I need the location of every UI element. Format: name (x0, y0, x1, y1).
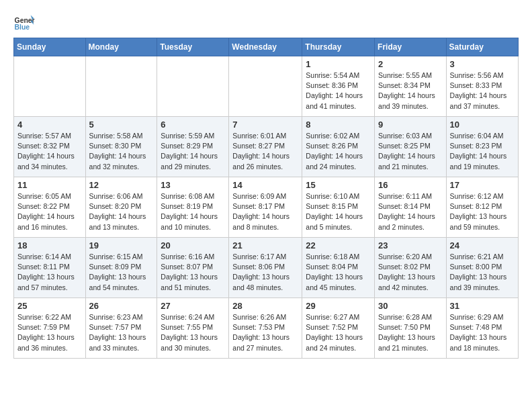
day-number: 7 (232, 120, 298, 130)
day-number: 3 (450, 59, 515, 69)
calendar-cell: 16Sunrise: 6:11 AM Sunset: 8:14 PM Dayli… (375, 177, 447, 238)
day-number: 2 (378, 59, 443, 69)
day-of-week-saturday: Saturday (446, 38, 518, 56)
day-info: Sunrise: 5:56 AM Sunset: 8:33 PM Dayligh… (450, 71, 515, 111)
day-number: 4 (17, 120, 82, 130)
day-info: Sunrise: 6:22 AM Sunset: 7:59 PM Dayligh… (17, 312, 82, 353)
day-number: 22 (306, 240, 371, 250)
day-of-week-tuesday: Tuesday (157, 38, 229, 56)
calendar-header: SundayMondayTuesdayWednesdayThursdayFrid… (14, 38, 519, 56)
calendar-cell: 18Sunrise: 6:14 AM Sunset: 8:11 PM Dayli… (14, 238, 86, 298)
day-number: 25 (17, 301, 82, 311)
day-info: Sunrise: 6:24 AM Sunset: 7:55 PM Dayligh… (161, 312, 225, 353)
calendar-cell: 14Sunrise: 6:09 AM Sunset: 8:17 PM Dayli… (229, 177, 302, 238)
day-number: 5 (89, 120, 154, 130)
day-number: 20 (161, 240, 225, 250)
calendar-cell: 10Sunrise: 6:04 AM Sunset: 8:23 PM Dayli… (446, 117, 518, 177)
day-number: 12 (89, 180, 154, 190)
calendar-cell: 21Sunrise: 6:17 AM Sunset: 8:06 PM Dayli… (229, 238, 302, 298)
day-info: Sunrise: 6:12 AM Sunset: 8:12 PM Dayligh… (450, 191, 515, 232)
day-info: Sunrise: 5:58 AM Sunset: 8:30 PM Dayligh… (89, 131, 154, 172)
day-info: Sunrise: 6:14 AM Sunset: 8:11 PM Dayligh… (17, 252, 82, 293)
day-number: 18 (17, 240, 82, 250)
calendar-cell: 2Sunrise: 5:55 AM Sunset: 8:34 PM Daylig… (375, 56, 447, 117)
calendar-cell: 28Sunrise: 6:26 AM Sunset: 7:53 PM Dayli… (229, 298, 302, 359)
calendar-cell: 3Sunrise: 5:56 AM Sunset: 8:33 PM Daylig… (446, 56, 518, 117)
day-info: Sunrise: 5:55 AM Sunset: 8:34 PM Dayligh… (378, 71, 443, 111)
day-info: Sunrise: 6:17 AM Sunset: 8:06 PM Dayligh… (232, 252, 298, 293)
day-info: Sunrise: 6:02 AM Sunset: 8:26 PM Dayligh… (306, 131, 371, 172)
day-info: Sunrise: 6:09 AM Sunset: 8:17 PM Dayligh… (232, 191, 298, 232)
day-number: 16 (378, 180, 443, 190)
calendar-cell: 19Sunrise: 6:15 AM Sunset: 8:09 PM Dayli… (85, 238, 157, 298)
calendar-week-3: 11Sunrise: 6:05 AM Sunset: 8:22 PM Dayli… (14, 177, 519, 238)
day-info: Sunrise: 6:08 AM Sunset: 8:19 PM Dayligh… (161, 191, 225, 232)
day-number: 24 (450, 240, 515, 250)
day-of-week-monday: Monday (85, 38, 157, 56)
calendar-cell: 13Sunrise: 6:08 AM Sunset: 8:19 PM Dayli… (157, 177, 229, 238)
day-number: 23 (378, 240, 443, 250)
calendar-cell: 23Sunrise: 6:20 AM Sunset: 8:02 PM Dayli… (375, 238, 447, 298)
day-number: 26 (89, 301, 154, 311)
day-info: Sunrise: 6:05 AM Sunset: 8:22 PM Dayligh… (17, 191, 82, 232)
day-of-week-wednesday: Wednesday (229, 38, 302, 56)
day-number: 19 (89, 240, 154, 250)
day-info: Sunrise: 6:28 AM Sunset: 7:50 PM Dayligh… (378, 312, 443, 353)
day-number: 11 (17, 180, 82, 190)
day-of-week-friday: Friday (375, 38, 447, 56)
day-number: 14 (232, 180, 298, 190)
calendar-cell: 9Sunrise: 6:03 AM Sunset: 8:25 PM Daylig… (375, 117, 447, 177)
day-number: 28 (232, 301, 298, 311)
calendar-cell: 29Sunrise: 6:27 AM Sunset: 7:52 PM Dayli… (302, 298, 375, 359)
day-number: 13 (161, 180, 225, 190)
calendar-cell: 22Sunrise: 6:18 AM Sunset: 8:04 PM Dayli… (302, 238, 375, 298)
calendar-cell (229, 56, 302, 117)
calendar-cell (157, 56, 229, 117)
calendar-cell: 8Sunrise: 6:02 AM Sunset: 8:26 PM Daylig… (302, 117, 375, 177)
day-info: Sunrise: 6:27 AM Sunset: 7:52 PM Dayligh… (306, 312, 371, 353)
calendar-cell: 4Sunrise: 5:57 AM Sunset: 8:32 PM Daylig… (14, 117, 86, 177)
logo: General Blue (13, 11, 35, 32)
calendar-week-4: 18Sunrise: 6:14 AM Sunset: 8:11 PM Dayli… (14, 238, 519, 298)
logo-icon: General Blue (13, 11, 35, 32)
day-info: Sunrise: 6:29 AM Sunset: 7:48 PM Dayligh… (450, 312, 515, 353)
day-info: Sunrise: 6:01 AM Sunset: 8:27 PM Dayligh… (232, 131, 298, 172)
day-info: Sunrise: 6:16 AM Sunset: 8:07 PM Dayligh… (161, 252, 225, 293)
day-number: 31 (450, 301, 515, 311)
day-info: Sunrise: 6:20 AM Sunset: 8:02 PM Dayligh… (378, 252, 443, 293)
calendar-cell: 6Sunrise: 5:59 AM Sunset: 8:29 PM Daylig… (157, 117, 229, 177)
calendar-cell (85, 56, 157, 117)
calendar-cell: 17Sunrise: 6:12 AM Sunset: 8:12 PM Dayli… (446, 177, 518, 238)
calendar-week-2: 4Sunrise: 5:57 AM Sunset: 8:32 PM Daylig… (14, 117, 519, 177)
day-of-week-sunday: Sunday (14, 38, 86, 56)
calendar-cell: 24Sunrise: 6:21 AM Sunset: 8:00 PM Dayli… (446, 238, 518, 298)
day-number: 1 (306, 59, 371, 69)
calendar-cell: 31Sunrise: 6:29 AM Sunset: 7:48 PM Dayli… (446, 298, 518, 359)
day-info: Sunrise: 5:57 AM Sunset: 8:32 PM Dayligh… (17, 131, 82, 172)
calendar-cell: 5Sunrise: 5:58 AM Sunset: 8:30 PM Daylig… (85, 117, 157, 177)
calendar-cell: 20Sunrise: 6:16 AM Sunset: 8:07 PM Dayli… (157, 238, 229, 298)
day-number: 30 (378, 301, 443, 311)
calendar-table: SundayMondayTuesdayWednesdayThursdayFrid… (13, 38, 519, 359)
day-info: Sunrise: 6:10 AM Sunset: 8:15 PM Dayligh… (306, 191, 371, 232)
day-info: Sunrise: 6:21 AM Sunset: 8:00 PM Dayligh… (450, 252, 515, 293)
day-info: Sunrise: 6:03 AM Sunset: 8:25 PM Dayligh… (378, 131, 443, 172)
day-info: Sunrise: 6:23 AM Sunset: 7:57 PM Dayligh… (89, 312, 154, 353)
day-info: Sunrise: 5:59 AM Sunset: 8:29 PM Dayligh… (161, 131, 225, 172)
calendar-cell: 27Sunrise: 6:24 AM Sunset: 7:55 PM Dayli… (157, 298, 229, 359)
day-number: 15 (306, 180, 371, 190)
day-number: 27 (161, 301, 225, 311)
calendar-week-5: 25Sunrise: 6:22 AM Sunset: 7:59 PM Dayli… (14, 298, 519, 359)
day-number: 6 (161, 120, 225, 130)
day-info: Sunrise: 6:15 AM Sunset: 8:09 PM Dayligh… (89, 252, 154, 293)
calendar-body: 1Sunrise: 5:54 AM Sunset: 8:36 PM Daylig… (14, 56, 519, 359)
day-number: 21 (232, 240, 298, 250)
day-info: Sunrise: 6:06 AM Sunset: 8:20 PM Dayligh… (89, 191, 154, 232)
calendar-cell (14, 56, 86, 117)
calendar-cell: 1Sunrise: 5:54 AM Sunset: 8:36 PM Daylig… (302, 56, 375, 117)
calendar-week-1: 1Sunrise: 5:54 AM Sunset: 8:36 PM Daylig… (14, 56, 519, 117)
day-info: Sunrise: 5:54 AM Sunset: 8:36 PM Dayligh… (306, 71, 371, 111)
day-number: 17 (450, 180, 515, 190)
day-number: 10 (450, 120, 515, 130)
day-info: Sunrise: 6:11 AM Sunset: 8:14 PM Dayligh… (378, 191, 443, 232)
